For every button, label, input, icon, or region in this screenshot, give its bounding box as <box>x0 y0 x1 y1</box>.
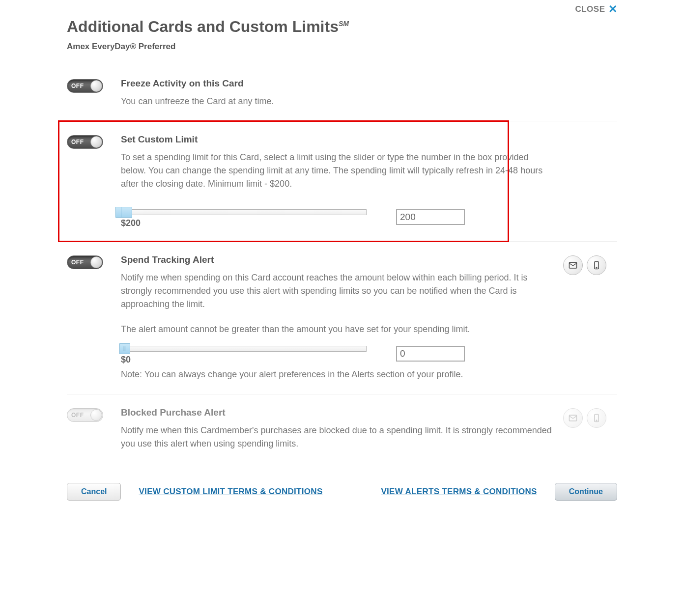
toggle-knob <box>90 256 102 268</box>
custom-limit-slider-label: $200 <box>121 218 367 228</box>
freeze-toggle[interactable]: OFF <box>67 79 103 93</box>
svg-point-2 <box>596 267 597 268</box>
toggle-knob <box>90 80 102 92</box>
custom-limit-toggle-label: OFF <box>71 139 84 145</box>
custom-limit-desc: To set a spending limit for this Card, s… <box>121 151 553 191</box>
close-button[interactable]: CLOSE ✕ <box>575 4 617 15</box>
email-icon[interactable] <box>563 255 583 275</box>
slider-thumb[interactable] <box>115 207 132 218</box>
blocked-alert-desc: Notify me when this Cardmember's purchas… <box>121 424 553 450</box>
card-name: Amex EveryDay® Preferred <box>67 42 617 52</box>
mobile-icon[interactable] <box>587 255 606 275</box>
spend-alert-toggle-label: OFF <box>71 259 84 266</box>
freeze-desc: You can unfreeze the Card at any time. <box>121 95 553 108</box>
custom-limit-title: Set Custom Limit <box>121 134 553 145</box>
sm-mark: SM <box>339 20 349 28</box>
close-label: CLOSE <box>575 4 605 14</box>
cancel-button[interactable]: Cancel <box>67 483 121 501</box>
spend-alert-desc: Notify me when spending on this Card acc… <box>121 271 553 311</box>
freeze-title: Freeze Activity on this Card <box>121 78 553 89</box>
blocked-alert-title: Blocked Purchase Alert <box>121 407 553 418</box>
close-icon: ✕ <box>608 4 618 15</box>
spend-alert-slider-label: $0 <box>121 355 367 365</box>
alerts-tc-link[interactable]: VIEW ALERTS TERMS & CONDITIONS <box>381 487 537 497</box>
page-title: Additional Cards and Custom LimitsSM <box>67 18 617 36</box>
toggle-knob <box>90 136 102 148</box>
email-icon-disabled <box>563 408 583 428</box>
custom-limit-slider[interactable] <box>121 209 367 215</box>
continue-button[interactable]: Continue <box>555 483 617 501</box>
custom-limit-tc-link[interactable]: VIEW CUSTOM LIMIT TERMS & CONDITIONS <box>139 487 322 497</box>
page-title-text: Additional Cards and Custom Limits <box>67 18 339 35</box>
spend-alert-note: Note: You can always change your alert p… <box>121 368 553 381</box>
spend-alert-slider[interactable] <box>121 346 367 352</box>
spend-alert-desc2: The alert amount cannot be greater than … <box>121 323 553 336</box>
spend-alert-input[interactable] <box>396 346 465 362</box>
blocked-alert-toggle-label: OFF <box>71 412 84 419</box>
svg-point-5 <box>596 420 597 421</box>
slider-thumb[interactable] <box>119 343 130 354</box>
freeze-toggle-label: OFF <box>71 83 84 89</box>
custom-limit-input[interactable] <box>396 209 465 225</box>
blocked-alert-toggle[interactable]: OFF <box>67 408 103 422</box>
mobile-icon-disabled <box>587 408 606 428</box>
toggle-knob <box>90 409 102 421</box>
spend-alert-toggle[interactable]: OFF <box>67 255 103 269</box>
spend-alert-title: Spend Tracking Alert <box>121 254 553 265</box>
custom-limit-toggle[interactable]: OFF <box>67 135 103 149</box>
